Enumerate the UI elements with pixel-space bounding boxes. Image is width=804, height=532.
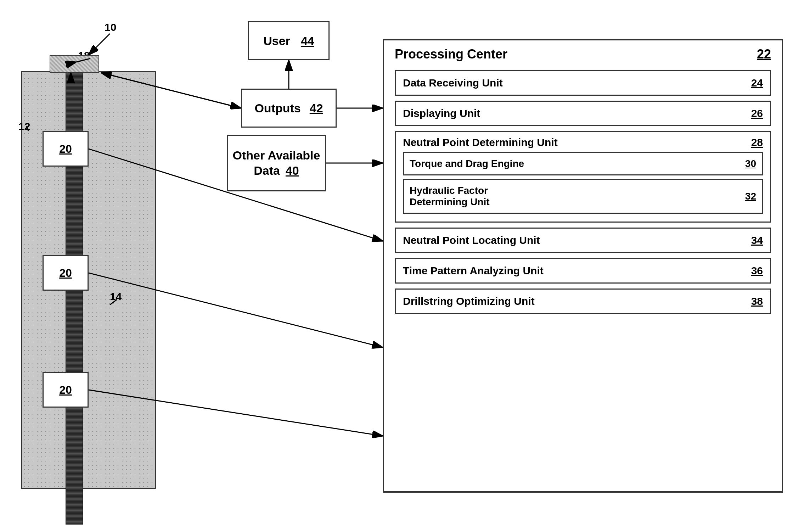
other-data-box: Other Available Data 40 [227,135,326,191]
du-label: Displaying Unit [403,107,480,119]
user-box: User 44 [248,21,330,60]
diagram: 20 20 20 10 12 14 16 18 User 44 Outputs … [0,0,804,532]
outputs-number: 42 [310,101,323,115]
sensor-box-2: 20 [43,255,89,291]
sensor-box-1: 20 [43,131,89,167]
tde-label: Torque and Drag Engine [410,158,524,169]
annot-14: 14 [110,291,122,303]
hfdu-label: Hydraulic Factor Determining Unit [410,185,490,208]
other-data-line2: Data [254,164,280,178]
annot-12: 12 [18,121,30,133]
dou-unit: Drillstring Optimizing Unit 38 [395,289,771,314]
borehole-formation [21,71,156,489]
tpau-number: 36 [745,265,763,277]
dou-number: 38 [745,295,763,307]
sensor-label-2: 20 [59,267,72,280]
nplu-number: 34 [745,234,763,246]
sensor-label-3: 20 [59,383,72,397]
outputs-label: Outputs [254,101,300,115]
nplu-unit: Neutral Point Locating Unit 34 [395,228,771,253]
npdu-label: Neutral Point Determining Unit [403,136,558,149]
processing-center: Processing Center 22 Data Receiving Unit… [383,39,783,493]
dru-number: 24 [745,77,763,89]
other-data-number: 40 [286,164,299,178]
npdu-outer: Neutral Point Determining Unit 28 Torque… [395,131,771,223]
user-number: 44 [301,34,314,48]
tde-number: 30 [745,158,756,169]
nplu-label: Neutral Point Locating Unit [403,234,540,246]
du-number: 26 [745,107,763,119]
other-data-line1: Other Available [233,149,320,162]
outputs-box: Outputs 42 [241,89,337,128]
tpau-unit: Time Pattern Analyzing Unit 36 [395,258,771,284]
sensor-label-1: 20 [59,142,72,156]
user-label: User [263,34,290,48]
pc-number: 22 [757,47,771,62]
displaying-unit: Displaying Unit 26 [395,101,771,126]
data-receiving-unit: Data Receiving Unit 24 [395,70,771,96]
torque-drag-unit: Torque and Drag Engine 30 [403,152,763,175]
sensor-box-3: 20 [43,372,89,408]
tpau-label: Time Pattern Analyzing Unit [403,265,544,277]
pc-header: Processing Center 22 [384,40,782,65]
arrow-10 [89,34,110,55]
npdu-number: 28 [751,136,763,149]
wellhead [50,55,99,73]
dru-label: Data Receiving Unit [403,77,503,89]
annot-10: 10 [105,21,116,33]
hydraulic-factor-unit: Hydraulic Factor Determining Unit 32 [403,179,763,214]
hfdu-number: 32 [745,191,756,202]
dou-label: Drillstring Optimizing Unit [403,295,535,307]
pc-label: Processing Center [395,47,507,62]
npdu-header: Neutral Point Determining Unit 28 [403,136,763,149]
